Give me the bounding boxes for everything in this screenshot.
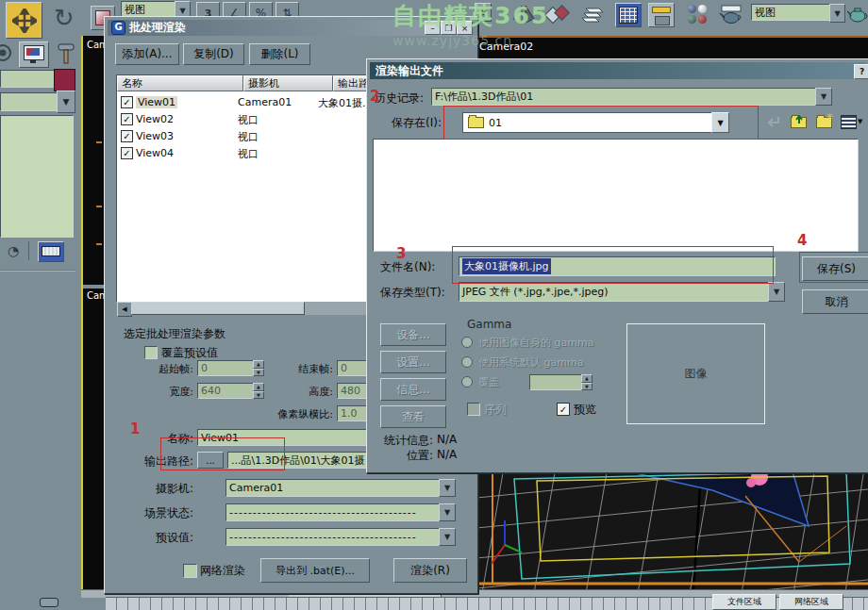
scrollbar-thumb[interactable] [131, 302, 305, 315]
filetype-select[interactable]: JPEG 文件 (*.jpg,*.jpe,*.jpeg) [459, 282, 776, 302]
left-panel-dropdown[interactable] [0, 92, 64, 111]
image-box-label: 图像 [685, 366, 708, 382]
left-panel-name-field[interactable] [0, 70, 59, 88]
preset-dropdown[interactable]: ---------------------------------------- [225, 528, 446, 546]
history-dropdown-arrow[interactable]: ▼ [815, 88, 832, 106]
mirror-icon [512, 4, 535, 25]
region-button-2[interactable]: 网络区域 [779, 594, 843, 610]
start-frame-spinner[interactable]: ▲▼ [253, 360, 264, 376]
material-sphere-icon [688, 5, 696, 13]
column-header-path[interactable]: 输出路径 [333, 75, 368, 91]
camera-dropdown-arrow[interactable]: ▼ [439, 479, 456, 497]
render-teapot-icon [719, 3, 743, 25]
restore-button[interactable]: ❐ [441, 21, 457, 35]
table-row[interactable]: ✓ View02 视口 [117, 111, 368, 127]
utilities-hammer-button[interactable] [53, 41, 79, 66]
scene-state-dropdown[interactable]: ---------------------------------------- [225, 503, 446, 521]
width-field[interactable]: 640 [197, 383, 259, 399]
region-button-1[interactable]: 文件区域 [712, 594, 776, 610]
camera-viewport-canvas[interactable] [476, 471, 868, 589]
history-dropdown[interactable]: F:\作品\1.3D作品\01 [431, 88, 823, 106]
table-row[interactable]: ✓ View04 视口 [117, 145, 368, 161]
statusbar-left-icon[interactable] [40, 598, 58, 607]
render-preview-button[interactable] [19, 41, 49, 68]
start-frame-field[interactable]: 0 [197, 360, 259, 376]
gamma-use-system-radio[interactable] [461, 356, 473, 368]
render-button[interactable]: 渲染(R) [393, 558, 467, 583]
viewport-label-camera02[interactable]: Camera02 [479, 41, 533, 53]
schematic-view-button[interactable] [648, 3, 675, 27]
viewport-label-bottom[interactable]: Cam [87, 290, 106, 301]
row-checkbox[interactable]: ✓ [121, 130, 133, 142]
camera-dropdown[interactable]: Camera01 [225, 479, 446, 497]
duplicate-button[interactable]: 复制(D) [183, 43, 244, 65]
scene-state-dropdown-arrow[interactable]: ▼ [439, 503, 456, 521]
setup-button[interactable]: 设置... [380, 351, 446, 373]
help-button[interactable]: ? [854, 64, 868, 79]
render-preset-arrow[interactable]: ▼ [829, 4, 845, 23]
batch-dialog-titlebar[interactable]: G 批处理渲染 [108, 20, 473, 36]
material-editor-button[interactable] [685, 3, 709, 25]
file-list-box[interactable] [373, 139, 859, 252]
application-window: ↻ 视图 ▼ 3 ∠ % ⇅ ▼ [0, 0, 868, 610]
row-checkbox[interactable]: ✓ [121, 113, 133, 125]
viewport-label-top[interactable]: Came [87, 40, 106, 50]
render-preset-dropdown[interactable]: 视图 [751, 4, 836, 21]
width-spinner[interactable]: ▲▼ [253, 383, 264, 399]
eye-icon-button[interactable]: ◔ [4, 241, 23, 260]
row-checkbox[interactable]: ✓ [121, 96, 133, 108]
gamma-use-image-radio[interactable] [461, 337, 473, 348]
render-setup-button[interactable] [719, 3, 743, 25]
devices-button[interactable]: 设备... [380, 323, 446, 346]
gamma-override-radio[interactable] [461, 376, 473, 387]
annotation-step-3: 3 [396, 245, 406, 262]
left-panel-dropdown-arrow[interactable]: ▼ [57, 91, 75, 113]
net-render-checkbox[interactable] [183, 564, 197, 578]
swirl-icon-button[interactable] [0, 41, 13, 64]
preview-checkbox[interactable]: ✓ [557, 403, 570, 416]
table-row[interactable]: ✓ View01 Camera01 大象01摄... [117, 94, 368, 110]
view-button[interactable]: 查看 [380, 405, 446, 428]
table-row[interactable]: ✓ View03 视口 [117, 128, 368, 144]
close-button[interactable]: × [457, 21, 473, 35]
curve-editor-button[interactable] [615, 3, 642, 27]
output-dialog-title: 渲染输出文件 [376, 63, 443, 79]
left-viewport-strip[interactable]: Came Cam [81, 36, 106, 592]
move-tool-button[interactable] [6, 2, 42, 39]
override-preset-checkbox[interactable] [144, 346, 158, 359]
layers-button[interactable] [580, 3, 607, 25]
minimize-button[interactable]: – [425, 21, 441, 35]
rotate-tool-button[interactable]: ↻ [47, 2, 81, 34]
annotation-step-1: 1 [130, 420, 140, 437]
add-button[interactable]: 添加(A)... [115, 43, 179, 65]
gamma-override-field[interactable] [529, 374, 589, 390]
row-checkbox[interactable]: ✓ [121, 147, 133, 159]
info-button[interactable]: 信息... [380, 378, 446, 401]
keyboard-icon-button[interactable] [38, 241, 64, 262]
color-swatch[interactable] [54, 69, 75, 91]
scroll-left-button[interactable]: ◀ [117, 302, 132, 317]
export-bat-button[interactable]: 导出到 .bat(E)... [260, 558, 370, 583]
view-menu-button[interactable]: ▼ [841, 113, 865, 130]
spinner-down-icon: ▼ [253, 369, 264, 377]
cancel-button[interactable]: 取消 [802, 289, 868, 314]
create-new-folder-button[interactable]: ✳ [815, 113, 835, 130]
quick-render-button[interactable] [847, 4, 868, 25]
mirror-button[interactable] [512, 4, 535, 25]
minimize-icon: – [430, 24, 435, 33]
delete-button[interactable]: 删除(L) [249, 43, 310, 65]
views-table[interactable]: 名称 摄影机 输出路径 ✓ View01 Camera01 大象01摄... ✓… [116, 74, 369, 303]
gamma-override-spinner[interactable]: ▲▼ [581, 374, 593, 390]
up-one-level-button[interactable] [790, 113, 810, 130]
output-dialog-titlebar[interactable]: 渲染输出文件 [370, 62, 866, 79]
column-header-name[interactable]: 名称 [117, 75, 243, 91]
column-header-camera[interactable]: 摄影机 [243, 75, 333, 91]
go-to-last-folder-button[interactable] [765, 114, 782, 129]
table-scrollbar[interactable]: ◀ [117, 302, 367, 315]
left-panel-listbox[interactable] [0, 115, 74, 238]
sequence-checkbox[interactable] [467, 403, 480, 416]
filetype-select-arrow[interactable]: ▼ [768, 282, 785, 302]
align-button[interactable] [545, 4, 570, 25]
camera02-viewport-top[interactable]: Camera02 [476, 36, 868, 60]
preset-dropdown-arrow[interactable]: ▼ [439, 528, 456, 546]
